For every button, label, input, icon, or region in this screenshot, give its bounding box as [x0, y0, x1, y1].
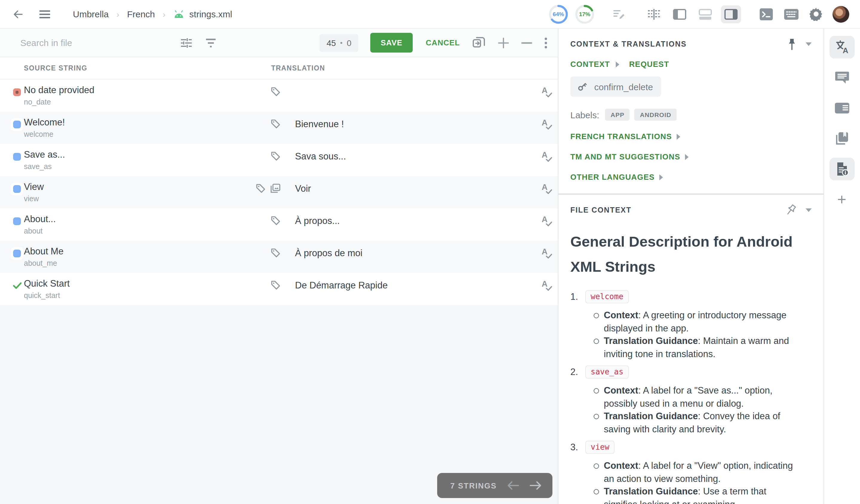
source-text: Save as...	[24, 149, 558, 160]
pin-icon[interactable]	[788, 38, 796, 50]
translation-text[interactable]: Voir	[295, 183, 311, 194]
main-area: 45 • 0 SAVE CANCEL SOURCE STRING	[0, 29, 860, 504]
file-context-title: FILE CONTEXT	[570, 206, 632, 214]
filtered-count: 45	[327, 38, 336, 47]
spellcheck-icon[interactable]: A	[541, 85, 554, 99]
tag-icon[interactable]	[256, 183, 266, 193]
previous-page-icon[interactable]	[507, 481, 519, 490]
list-item: view Context: A label for a "View" optio…	[570, 441, 812, 504]
more-options-icon[interactable]	[545, 37, 547, 48]
comments-panel-icon[interactable]	[829, 66, 854, 89]
panel-header: CONTEXT & TRANSLATIONS	[570, 38, 812, 50]
user-avatar[interactable]	[833, 6, 849, 23]
back-icon[interactable]	[12, 8, 24, 20]
string-key: quick_start	[24, 291, 558, 300]
translation-text[interactable]: De Démarrage Rapide	[295, 280, 388, 291]
tab-request[interactable]: REQUEST	[629, 60, 669, 69]
add-string-icon[interactable]	[498, 37, 509, 48]
filter-icon[interactable]	[205, 38, 216, 47]
search-input[interactable]	[20, 38, 152, 48]
android-icon	[173, 10, 185, 18]
label-badge: ANDROID	[634, 109, 677, 121]
translation-text[interactable]: À propos...	[295, 216, 340, 226]
translations-panel-icon[interactable]: A	[829, 36, 854, 59]
terminal-icon[interactable]	[759, 8, 773, 20]
source-text: No date provided	[24, 85, 558, 96]
approved-percentage: 17%	[575, 4, 595, 24]
terms-panel-icon[interactable]	[829, 97, 854, 119]
copy-source-icon[interactable]	[472, 36, 486, 49]
chevron-down-icon[interactable]	[806, 208, 812, 212]
tag-icon[interactable]	[271, 248, 281, 258]
translation-text[interactable]: Sava sous...	[295, 151, 346, 162]
tag-icon[interactable]	[271, 87, 281, 97]
breadcrumb-language[interactable]: French	[127, 9, 155, 19]
string-key: welcome	[24, 130, 558, 139]
translation-editor: Umbrella › French › strings.xml 64%	[0, 0, 860, 504]
tag-icon[interactable]	[271, 119, 281, 129]
bottom-panel-view-icon[interactable]	[695, 5, 715, 23]
table-row[interactable]: About Me about_me À propos de moi A	[0, 241, 558, 273]
section-tm-mt-suggestions[interactable]: TM AND MT SUGGESTIONS	[570, 152, 812, 161]
source-column-header: SOURCE STRING	[0, 64, 271, 72]
spellcheck-icon[interactable]: A	[541, 118, 554, 131]
draft-edit-icon[interactable]	[613, 8, 626, 20]
tab-context[interactable]: CONTEXT	[570, 60, 610, 69]
tag-icon[interactable]	[271, 151, 281, 161]
breadcrumb-file[interactable]: strings.xml	[173, 9, 232, 19]
translation-text[interactable]: Bienvenue !	[295, 119, 344, 130]
file-context-document: General Description for Android XML Stri…	[570, 229, 812, 504]
table-row[interactable]: Quick Start quick_start De Démarrage Rap…	[0, 273, 558, 305]
string-key-chip[interactable]: confirm_delete	[570, 76, 661, 97]
chevron-right-icon	[685, 154, 689, 160]
spellcheck-icon[interactable]: A	[541, 214, 554, 228]
table-row[interactable]: About... about À propos... A	[0, 208, 558, 241]
tag-icon[interactable]	[271, 280, 281, 290]
spellcheck-icon[interactable]: A	[541, 182, 554, 195]
bullet: Context: A label for a "View" option, in…	[593, 459, 799, 485]
table-row[interactable]: Welcome! welcome Bienvenue ! A	[0, 112, 558, 144]
source-text: View	[24, 182, 558, 192]
labels-caption: Labels:	[570, 110, 599, 120]
dictionary-panel-icon[interactable]	[829, 127, 854, 150]
spellcheck-icon[interactable]: A	[541, 150, 554, 163]
menu-icon[interactable]	[40, 10, 50, 18]
tag-icon[interactable]	[271, 216, 281, 226]
spellcheck-icon[interactable]: A	[541, 279, 554, 292]
status-icon-translated	[11, 118, 23, 131]
left-panel-view-icon[interactable]	[670, 5, 690, 23]
cancel-button[interactable]: CANCEL	[426, 38, 460, 47]
translation-column-header: TRANSLATION	[271, 64, 325, 72]
save-button[interactable]: SAVE	[371, 33, 413, 53]
grid-header: SOURCE STRING TRANSLATION	[0, 57, 558, 80]
keyboard-icon[interactable]	[784, 8, 799, 20]
status-icon-approved	[11, 279, 23, 292]
right-panel-view-icon[interactable]	[721, 5, 741, 23]
section-other-languages[interactable]: OTHER LANGUAGES	[570, 173, 812, 182]
table-row[interactable]: No date provided no_date A	[0, 80, 558, 112]
table-row[interactable]: Save as... save_as Sava sous... A	[0, 144, 558, 176]
settings-gear-icon[interactable]	[809, 7, 823, 21]
translation-text[interactable]: À propos de moi	[295, 248, 362, 259]
strings-count-label: 7 STRINGS	[450, 481, 497, 490]
next-page-icon[interactable]	[530, 481, 542, 490]
key-icon	[576, 81, 588, 92]
chevron-right-icon	[616, 61, 620, 67]
unpin-icon[interactable]	[785, 204, 796, 216]
panel-divider	[558, 193, 823, 195]
side-by-side-view-icon[interactable]	[644, 5, 664, 23]
screenshot-icon[interactable]	[270, 183, 281, 193]
breadcrumb-project[interactable]: Umbrella	[73, 9, 109, 19]
chevron-down-icon[interactable]	[806, 42, 812, 46]
advanced-filter-icon[interactable]	[180, 37, 192, 48]
chevron-right-icon	[659, 174, 663, 180]
spellcheck-icon[interactable]: A	[541, 247, 554, 260]
string-key: view	[24, 195, 558, 203]
add-panel-icon[interactable]: +	[837, 190, 846, 209]
section-french-translations[interactable]: FRENCH TRANSLATIONS	[570, 132, 812, 141]
file-context-panel-icon[interactable]	[829, 158, 854, 180]
remove-string-icon[interactable]	[521, 42, 532, 44]
table-row[interactable]: View view Voir A	[0, 176, 558, 208]
breadcrumb: Umbrella › French › strings.xml	[73, 9, 232, 19]
bullet: Translation Guidance: Use a term that si…	[593, 485, 799, 504]
